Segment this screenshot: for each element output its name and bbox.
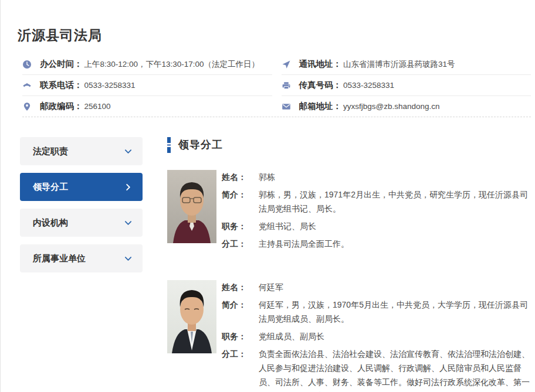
contact-row-phone: 联系电话： 0533-3258331 [22,75,272,96]
field-label: 姓名： [222,170,259,184]
leader-fields: 姓名： 何廷军 简介： 何廷军，男，汉族，1970年5月出生，中共党员，大学学历… [222,280,531,392]
leader-photo [167,280,216,353]
leader-profiles: 姓名： 郭栋 简介： 郭栋，男，汉族，1971年2月出生，中共党员，研究生学历，… [167,170,531,392]
leader-position: 党组成员、副局长 [259,329,531,343]
page-title: 沂源县司法局 [18,26,102,45]
contact-value: 山东省淄博市沂源县药玻路31号 [343,59,455,70]
field-label: 职务： [222,329,259,343]
window-edge-line [0,0,1,392]
field-duty: 分工： 主持县司法局全面工作。 [222,237,531,251]
leader-profile: 姓名： 何廷军 简介： 何廷军，男，汉族，1970年5月出生，中共党员，大学学历… [167,280,531,392]
leader-profile: 姓名： 郭栋 简介： 郭栋，男，汉族，1971年2月出生，中共党员，研究生学历，… [167,170,531,254]
field-duty: 分工： 负责全面依法治县、法治社会建设、法治宣传教育、依法治理和法治创建、人民参… [222,347,531,392]
sidebar-item-label: 内设机构 [33,217,68,229]
field-name: 姓名： 何廷军 [222,280,531,294]
field-intro: 简介： 何廷军，男，汉族，1970年5月出生，中共党员，大学学历，现任沂源县司法… [222,298,531,326]
sidebar-item-internal-organs[interactable]: 内设机构 [20,209,143,237]
contact-row-postcode: 邮政编码： 256100 [22,96,272,117]
sidebar-item-affiliated-units[interactable]: 所属事业单位 [20,244,143,272]
field-label: 简介： [222,298,259,326]
sidebar-item-label: 领导分工 [33,182,68,193]
leader-position: 党组书记、局长 [259,219,531,233]
field-label: 分工： [222,237,259,251]
field-label: 姓名： [222,280,259,294]
leader-duty: 负责全面依法治县、法治社会建设、法治宣传教育、依法治理和法治创建、人民参与和促进… [259,347,531,392]
leader-fields: 姓名： 郭栋 简介： 郭栋，男，汉族，1971年2月出生，中共党员，研究生学历，… [222,170,531,254]
mail-icon [282,102,291,111]
contact-row-address: 通讯地址： 山东省淄博市沂源县药玻路31号 [282,54,531,75]
sidebar-menu: 法定职责 领导分工 内设机构 所属事业单位 [20,137,143,280]
field-position: 职务： 党组书记、局长 [222,219,531,233]
phone-icon [22,81,32,90]
contact-row-office-hours: 办公时间： 上午8:30-12:00，下午13:30-17:00（法定工作日） [22,54,272,75]
contact-label: 邮箱地址： [299,101,342,112]
sidebar-item-leadership-division[interactable]: 领导分工 [20,173,143,201]
contact-value: 256100 [84,102,111,111]
contact-label: 邮政编码： [40,101,83,112]
clock-icon [22,60,32,69]
leader-photo [167,170,216,243]
sidebar-item-label: 所属事业单位 [33,253,86,264]
contact-info-section: 办公时间： 上午8:30-12:00，下午13:30-17:00（法定工作日） … [22,54,531,117]
section-title: 领导分工 [178,138,223,152]
chevron-down-icon [124,148,132,155]
chevron-down-icon [124,255,132,263]
location-pin-icon [22,102,32,111]
contact-row-fax: 传真号码： 0533-3258331 [282,75,531,96]
leader-duty: 主持县司法局全面工作。 [259,237,531,251]
contact-value: yyxsfjbgs@zb.shandong.cn [343,102,440,111]
field-label: 分工： [222,347,259,392]
contact-row-email: 邮箱地址： yyxsfjbgs@zb.shandong.cn [282,96,531,117]
leader-intro: 何廷军，男，汉族，1970年5月出生，中共党员，大学学历，现任沂源县司法局党组成… [259,298,531,326]
contact-value: 0533-3258331 [343,81,394,90]
section-accent-bar-icon [167,137,171,153]
fax-printer-icon [282,81,291,90]
contact-value: 0533-3258331 [84,81,136,90]
contact-label: 通讯地址： [299,59,342,70]
contact-value: 上午8:30-12:00，下午13:30-17:00（法定工作日） [84,59,260,70]
leader-intro: 郭栋，男，汉族，1971年2月出生，中共党员，研究生学历，现任沂源县司法局党组书… [259,188,531,216]
sidebar-item-legal-duties[interactable]: 法定职责 [20,137,143,165]
contact-label: 办公时间： [40,59,83,70]
field-name: 姓名： 郭栋 [222,170,531,184]
leader-name: 何廷军 [259,280,531,294]
chevron-right-icon [124,183,132,191]
sidebar-item-label: 法定职责 [33,146,68,157]
contact-label: 联系电话： [40,80,83,91]
leader-name: 郭栋 [259,170,531,184]
field-intro: 简介： 郭栋，男，汉族，1971年2月出生，中共党员，研究生学历，现任沂源县司法… [222,188,531,216]
field-position: 职务： 党组成员、副局长 [222,329,531,343]
navigation-icon [282,60,291,69]
field-label: 职务： [222,219,259,233]
chevron-down-icon [124,219,132,227]
section-header: 领导分工 [167,137,531,153]
field-label: 简介： [222,188,259,216]
section-dashed-divider [22,117,531,117]
main-content: 领导分工 姓名： [167,137,531,392]
contact-label: 传真号码： [299,80,342,91]
